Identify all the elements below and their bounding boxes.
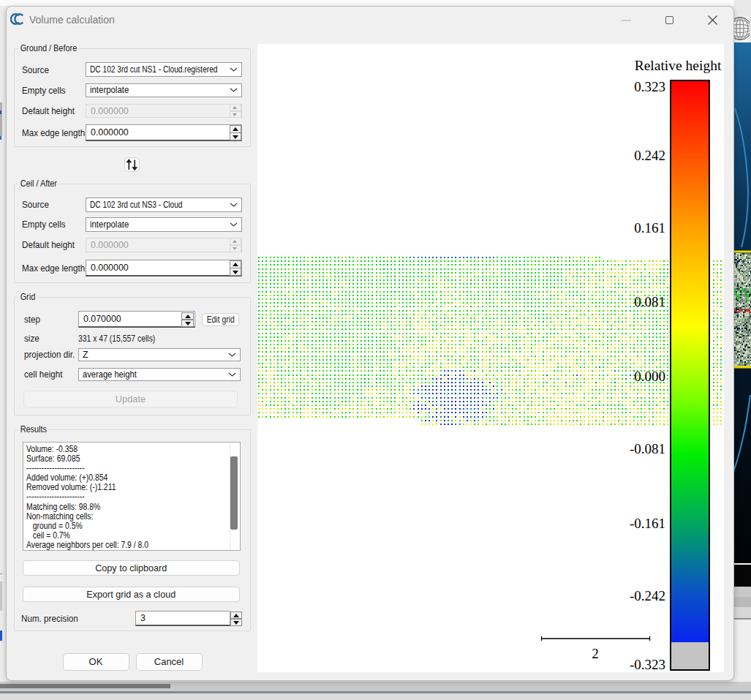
svg-text:-0.242: -0.242 xyxy=(630,588,665,603)
svg-text:0.161: 0.161 xyxy=(634,220,665,236)
svg-text:-0.081: -0.081 xyxy=(630,441,665,456)
svg-text:Relative height: Relative height xyxy=(635,58,722,73)
svg-text:0.242: 0.242 xyxy=(634,148,665,163)
svg-text:-0.161: -0.161 xyxy=(630,516,665,531)
svg-text:0.081: 0.081 xyxy=(634,294,665,309)
svg-text:2: 2 xyxy=(592,646,599,661)
svg-text:-0.323: -0.323 xyxy=(630,657,665,672)
svg-text:0.000: 0.000 xyxy=(634,369,665,384)
svg-text:0.323: 0.323 xyxy=(634,79,665,94)
